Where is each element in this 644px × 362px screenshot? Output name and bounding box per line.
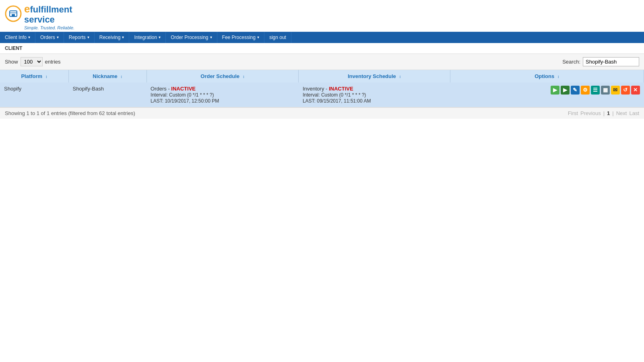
header-row: Platform ↕ Nickname ↕ Order Schedule ↕ I… (0, 70, 644, 82)
options-sort-icon: ↕ (557, 74, 559, 79)
platform-sort-icon: ↕ (45, 74, 47, 79)
nav-item-integration[interactable]: Integration▾ (129, 32, 166, 43)
col-order-schedule[interactable]: Order Schedule ↕ (147, 70, 299, 82)
last-page-link[interactable]: Last (629, 110, 639, 116)
logo-tagline: Simple. Trusted. Reliable. (5, 25, 74, 30)
nav-arrow: ▾ (210, 35, 212, 39)
logo-e-letter: e (24, 3, 30, 15)
table-body: ShopifyShopify-BashOrders - INACTIVEInte… (0, 82, 644, 107)
logo-service-text: service (24, 15, 72, 25)
nav-arrow: ▾ (122, 35, 124, 39)
svg-rect-3 (12, 14, 15, 16)
nav-arrow: ▾ (28, 35, 30, 39)
order-sort-icon: ↕ (243, 74, 245, 79)
entries-label: entries (45, 59, 61, 65)
run-orders-button[interactable]: ▶ (551, 86, 559, 95)
email-button[interactable]: ✉ (611, 86, 620, 95)
search-label: Search: (562, 59, 580, 65)
col-inventory-schedule[interactable]: Inventory Schedule ↕ (299, 70, 450, 82)
table-header: Platform ↕ Nickname ↕ Order Schedule ↕ I… (0, 70, 644, 82)
refresh-button[interactable]: ↺ (621, 86, 630, 95)
options-buttons-container: ▶▶✎⚙☰▦✉↺✕ (454, 86, 640, 95)
order-interval: Interval: Custom (0 */1 * * * ?) (151, 92, 214, 98)
pagination-info: Showing 1 to 1 of 1 entries (filtered fr… (5, 110, 135, 116)
edit-button[interactable]: ✎ (571, 86, 580, 95)
svg-point-0 (6, 6, 21, 21)
nav-arrow: ▾ (257, 35, 259, 39)
first-page-link[interactable]: First (568, 110, 578, 116)
navbar: Client Info▾Orders▾Reports▾Receiving▾Int… (0, 32, 644, 43)
cell-nickname: Shopify-Bash (69, 82, 147, 107)
grid-button[interactable]: ▦ (601, 86, 610, 95)
inventory-status-label: Inventory (303, 86, 324, 92)
order-status-label: Orders (151, 86, 167, 92)
nav-item-client-info[interactable]: Client Info▾ (0, 32, 35, 43)
logo-icon (5, 5, 22, 22)
header: efulfillment service Simple. Trusted. Re… (0, 0, 644, 32)
order-last: LAST: 10/19/2017, 12:50:00 PM (151, 98, 219, 104)
nav-item-reports[interactable]: Reports▾ (64, 32, 95, 43)
cell-order-schedule: Orders - INACTIVEInterval: Custom (0 */1… (147, 82, 299, 107)
cell-inventory-schedule: Inventory - INACTIVEInterval: Custom (0 … (299, 82, 450, 107)
nickname-sort-icon: ↕ (120, 74, 122, 79)
cell-platform: Shopify (0, 82, 69, 107)
pagination-controls: First Previous | 1 | Next Last (568, 110, 639, 116)
search-input[interactable] (583, 57, 639, 66)
nav-item-sign-out[interactable]: sign out (264, 32, 291, 43)
order-status-value: INACTIVE (171, 86, 196, 92)
next-page-link[interactable]: Next (616, 110, 627, 116)
inventory-status-value: INACTIVE (329, 86, 353, 92)
inventory-interval: Interval: Custom (0 */1 * * * ?) (303, 92, 366, 98)
table-controls: Show 100 25 50 entries Search: (0, 54, 644, 70)
current-page-link[interactable]: 1 (607, 110, 610, 116)
nav-arrow: ▾ (57, 35, 59, 39)
nav-arrow: ▾ (159, 35, 161, 39)
col-platform[interactable]: Platform ↕ (0, 70, 69, 82)
cell-options: ▶▶✎⚙☰▦✉↺✕ (450, 82, 644, 107)
search-container: Search: (562, 57, 639, 66)
show-label: Show (5, 59, 18, 65)
table-row: ShopifyShopify-BashOrders - INACTIVEInte… (0, 82, 644, 107)
logo-text: efulfillment service (5, 3, 74, 25)
logo-container: efulfillment service Simple. Trusted. Re… (5, 3, 74, 30)
logo-fulfillment-text: fulfillment (30, 4, 72, 14)
page-label: CLIENT (0, 43, 644, 54)
previous-page-link[interactable]: Previous (580, 110, 601, 116)
data-table: Platform ↕ Nickname ↕ Order Schedule ↕ I… (0, 70, 644, 107)
nav-item-fee-processing[interactable]: Fee Processing▾ (217, 32, 264, 43)
delete-button[interactable]: ✕ (631, 86, 640, 95)
col-nickname[interactable]: Nickname ↕ (69, 70, 147, 82)
log-button[interactable]: ☰ (591, 86, 600, 95)
col-options[interactable]: Options ↕ (450, 70, 644, 82)
show-entries-control: Show 100 25 50 entries (5, 57, 61, 66)
nav-item-receiving[interactable]: Receiving▾ (95, 32, 130, 43)
pagination: Showing 1 to 1 of 1 entries (filtered fr… (0, 107, 644, 119)
nav-arrow: ▾ (87, 35, 89, 39)
nav-item-orders[interactable]: Orders▾ (35, 32, 64, 43)
inventory-sort-icon: ↕ (399, 74, 401, 79)
inventory-last: LAST: 09/15/2017, 11:51:00 AM (303, 98, 371, 104)
show-select[interactable]: 100 25 50 (21, 57, 43, 66)
run-inventory-button[interactable]: ▶ (561, 86, 570, 95)
nav-item-order-processing[interactable]: Order Processing▾ (166, 32, 217, 43)
logo-brand: efulfillment service (24, 3, 72, 25)
settings-button[interactable]: ⚙ (581, 86, 590, 95)
